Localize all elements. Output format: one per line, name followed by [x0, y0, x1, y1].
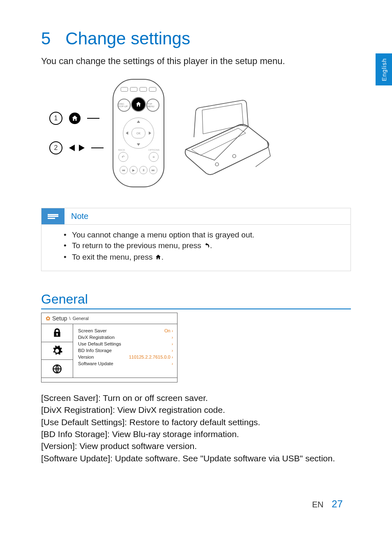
menu-row-label: Version	[78, 355, 94, 359]
chapter-number: 5	[41, 29, 51, 48]
note-header: Note	[42, 208, 350, 225]
remote-back-button: ↶	[118, 152, 128, 162]
chevron-right-icon: ›	[172, 329, 173, 333]
remote-dpad: OK	[123, 117, 154, 149]
footer-page: 27	[332, 498, 343, 510]
svg-point-0	[215, 163, 219, 166]
note-item: You cannot change a menu option that is …	[64, 230, 338, 240]
definition-item: [DivX Registration]: View DivX registrat…	[41, 404, 351, 416]
remote-options-label: OPTIONS	[148, 149, 159, 151]
section-heading-general: General	[41, 292, 351, 309]
remote-options-button: ≡	[149, 152, 159, 162]
remote-transport-row: ⏮ ▶ ⏸ ⏭	[120, 166, 157, 174]
remote-disc-popup-button: DISC POP-UP	[118, 99, 131, 112]
note-list: You cannot change a menu option that is …	[42, 230, 350, 263]
back-icon	[203, 242, 210, 251]
menu-row: Screen Saver On›	[78, 327, 173, 334]
remote-top-menu-button: TOP MENU	[146, 99, 159, 112]
chevron-right-icon: ›	[172, 342, 173, 346]
callout-1: 1	[49, 112, 99, 125]
globe-icon	[42, 360, 73, 378]
chapter-title: Change settings	[65, 29, 190, 48]
menu-row-label: Screen Saver	[78, 328, 107, 333]
menu-row-value: 110125.2.2.7615.0.0	[129, 355, 171, 359]
chevron-right-icon: ›	[172, 348, 173, 353]
menu-row: BD Info Storage ›	[78, 347, 173, 354]
chevron-right-icon: ›	[172, 335, 173, 340]
setup-menu-screenshot: ✿ Setup \ General Screen Saver On›	[41, 313, 178, 382]
callout-2-number: 2	[49, 141, 62, 154]
breadcrumb-root: Setup	[52, 315, 67, 322]
callout-column: 1 2	[49, 112, 104, 154]
menu-row-label: Software Update	[78, 361, 113, 366]
note-box: Note You cannot change a menu option tha…	[41, 208, 351, 271]
note-item: To exit the menu, press .	[64, 253, 338, 263]
remote-illustration: DISC POP-UP TOP MENU OK BACK OPTIONS ↶ ≡…	[113, 79, 164, 187]
breadcrumb-sep: \	[69, 316, 71, 321]
gear-icon	[42, 342, 73, 360]
footer-lang: EN	[312, 500, 324, 509]
note-icon	[42, 208, 65, 224]
remote-back-label: BACK	[118, 149, 125, 151]
callout-1-number: 1	[49, 112, 62, 125]
svg-point-1	[233, 154, 236, 158]
next-icon: ⏭	[149, 166, 157, 174]
page-footer: EN 27	[312, 498, 343, 510]
definitions-list: [Screen Saver]: Turn on or off screen sa…	[41, 392, 351, 464]
menu-tabs	[42, 324, 73, 378]
definition-item: [Software Update]: Update software. See …	[41, 453, 351, 464]
lock-icon	[42, 324, 73, 342]
home-icon	[155, 253, 161, 263]
menu-row-label: BD Info Storage	[78, 348, 112, 353]
definition-item: [Screen Saver]: Turn on or off screen sa…	[41, 392, 351, 404]
definition-item: [BD Info Storage]: View Blu-ray storage …	[41, 428, 351, 440]
note-title: Note	[65, 208, 95, 224]
chapter-heading: 5Change settings	[41, 29, 351, 48]
definition-item: [Use Default Settings]: Restore to facto…	[41, 417, 351, 428]
leader-line	[87, 118, 99, 119]
intro-text: You can change the settings of this play…	[41, 56, 351, 67]
leader-line	[91, 147, 104, 148]
note-item: To return to the previous menu, press .	[64, 241, 338, 251]
menu-breadcrumb: ✿ Setup \ General	[42, 313, 177, 324]
pause-icon: ⏸	[139, 166, 148, 174]
menu-row: Version 110125.2.2.7615.0.0›	[78, 354, 173, 360]
remote-home-button	[131, 97, 146, 112]
home-icon	[69, 113, 81, 124]
left-right-arrows-icon	[69, 145, 85, 151]
definition-item: [Version]: View product software version…	[41, 440, 351, 452]
menu-row: Software Update ›	[78, 360, 173, 367]
menu-row: Use Default Settings ›	[78, 341, 173, 347]
chevron-right-icon: ›	[172, 355, 173, 359]
menu-row: DivX Registration ›	[78, 334, 173, 341]
player-illustration	[173, 88, 280, 178]
gear-icon: ✿	[46, 315, 51, 322]
prev-icon: ⏮	[120, 166, 128, 174]
menu-row-label: Use Default Settings	[78, 341, 121, 346]
menu-row-label: DivX Registration	[78, 335, 115, 340]
menu-row-value: On	[164, 328, 171, 333]
breadcrumb-leaf: General	[73, 316, 89, 321]
callout-2: 2	[49, 141, 104, 154]
illustration-row: 1 2 DISC POP-UP TOP MENU	[49, 79, 351, 187]
play-icon: ▶	[129, 166, 138, 174]
remote-ok-button: OK	[131, 128, 145, 138]
chevron-right-icon: ›	[172, 362, 173, 366]
menu-rows: Screen Saver On› DivX Registration › Use…	[73, 324, 177, 378]
